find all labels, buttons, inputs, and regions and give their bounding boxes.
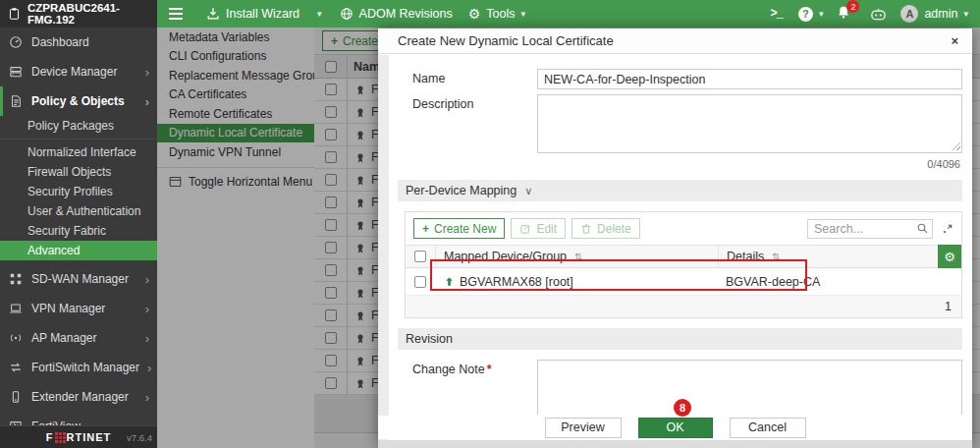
dialog-body: Name Description 0/4096 Per-Device Mappi…	[378, 55, 972, 415]
pdm-table-header: Mapped Device/Group ⇅ Details ⇅ ⚙	[406, 245, 961, 268]
name-field-label: Name	[398, 69, 537, 89]
edit-icon	[519, 223, 531, 235]
main-sidebar: Dashboard Device Manager › Policy & Obje…	[0, 28, 157, 425]
search-icon[interactable]	[916, 222, 929, 235]
pdm-row-checkbox[interactable]	[414, 276, 426, 288]
sidebar-item-dashboard[interactable]: Dashboard	[0, 28, 157, 57]
chevron-right-icon: ›	[145, 302, 149, 316]
gear-icon: ⚙	[944, 250, 955, 264]
cli-console-icon[interactable]: >_	[770, 7, 782, 21]
forti-ai-assistant-icon[interactable]	[870, 7, 887, 21]
per-device-mapping-section-header[interactable]: Per-Device Mapping ∨	[398, 180, 962, 201]
close-icon[interactable]: ×	[951, 33, 958, 48]
details-column-header[interactable]: Details ⇅	[718, 246, 938, 267]
hamburger-menu-icon[interactable]	[169, 8, 183, 20]
devices-icon	[9, 65, 24, 79]
install-wizard-button[interactable]: Install Wizard	[206, 7, 299, 21]
name-input[interactable]	[537, 69, 962, 89]
pdm-select-all-checkbox[interactable]	[414, 251, 426, 262]
dialog-title: Create New Dynamic Local Certificate	[398, 33, 614, 48]
description-textarea[interactable]	[537, 94, 962, 153]
host-bar: CZPRABUC2641-FMG.192	[0, 0, 157, 28]
help-icon: ?	[798, 7, 813, 22]
annotation-step-badge: 8	[674, 399, 691, 417]
column-settings-button[interactable]: ⚙	[938, 245, 961, 268]
pdm-toolbar: + Create New Edit Delete	[406, 212, 961, 245]
sidebar-item-policy-objects[interactable]: Policy & Objects ›	[0, 86, 157, 116]
dialog-header: Create New Dynamic Local Certificate ×	[378, 28, 972, 54]
sidebar-item-security-fabric[interactable]: Security Fabric	[0, 221, 157, 241]
sidebar-item-firewall-objects[interactable]: Firewall Objects	[0, 162, 157, 182]
sidebar-item-fortiswitch-manager[interactable]: FortiSwitch Manager ›	[0, 353, 157, 382]
sidebar-item-device-manager[interactable]: Device Manager ›	[0, 57, 157, 86]
tools-caret: ▾	[520, 10, 525, 19]
sidebar-item-extender-manager[interactable]: Extender Manager ›	[0, 382, 157, 412]
search-input[interactable]	[807, 219, 933, 239]
expand-search-icon[interactable]	[942, 223, 953, 235]
sidebar-item-ap-manager[interactable]: AP Manager ›	[0, 323, 157, 353]
sidebar-item-normalized-interface[interactable]: Normalized Interface	[0, 142, 157, 162]
chevron-right-icon: ›	[145, 390, 149, 405]
sidebar-item-vpn-manager[interactable]: VPN Manager ›	[0, 294, 157, 323]
gauge-icon	[9, 35, 24, 49]
details-cell: BGVAR-deep-CA	[718, 268, 961, 295]
device-up-arrow-icon	[443, 276, 455, 287]
cancel-button[interactable]: Cancel	[730, 418, 806, 438]
globe-icon	[340, 7, 354, 21]
sdwan-icon	[9, 272, 24, 286]
ok-button[interactable]: OK	[638, 418, 713, 438]
policy-document-icon	[9, 94, 24, 108]
change-note-textarea[interactable]	[537, 360, 962, 415]
adom-revisions-button[interactable]: ADOM Revisions	[340, 7, 453, 21]
horizontal-scrollbar-track[interactable]	[378, 440, 972, 448]
plus-icon: +	[422, 222, 429, 236]
version-label: v7.6.4	[127, 432, 152, 443]
mapped-device-column-header[interactable]: Mapped Device/Group ⇅	[435, 246, 718, 267]
chevron-right-icon: ›	[145, 272, 149, 287]
tools-label: Tools	[486, 7, 515, 21]
pdm-table-row[interactable]: BGVARMAX68 [root] BGVAR-deep-CA	[406, 268, 961, 296]
avatar: A	[900, 5, 918, 23]
adom-revisions-label: ADOM Revisions	[359, 7, 453, 21]
sidebar-item-advanced[interactable]: Advanced	[0, 241, 157, 260]
extender-icon	[9, 390, 24, 404]
preview-button[interactable]: Preview	[545, 418, 622, 438]
required-asterisk: *	[487, 363, 492, 376]
hostname-label: CZPRABUC2641-FMG.192	[27, 2, 149, 26]
chevron-right-icon: ›	[147, 361, 151, 375]
sidebar-item-user-authentication[interactable]: User & Authentication	[0, 201, 157, 221]
fortimanager-app: CZPRABUC2641-FMG.192 Install Wizard ▾ AD…	[0, 0, 980, 448]
clipboard-icon	[8, 7, 21, 21]
per-device-mapping-table-block: + Create New Edit Delete	[405, 211, 962, 318]
user-caret: ▾	[963, 10, 968, 19]
gear-icon: ⚙	[468, 6, 481, 22]
user-menu-button[interactable]: A admin ▾	[900, 5, 968, 23]
revision-section-header: Revision	[398, 328, 962, 350]
sidebar-item-security-profiles[interactable]: Security Profiles	[0, 182, 157, 201]
download-icon	[206, 7, 220, 21]
laptop-icon	[9, 302, 24, 315]
notifications-button[interactable]: 2	[837, 5, 850, 23]
logo-text-prefix: F	[46, 431, 54, 443]
sidebar-item-fortiview[interactable]: FortiView ›	[0, 412, 157, 425]
chevron-right-icon: ›	[145, 94, 149, 109]
pdm-edit-button[interactable]: Edit	[511, 218, 566, 239]
help-menu-button[interactable]: ? ▾	[798, 7, 824, 22]
logo-text-suffix: RTINET	[67, 431, 112, 443]
tools-menu-button[interactable]: ⚙ Tools ▾	[468, 6, 525, 22]
change-note-label: Change Note*	[398, 360, 537, 415]
sidebar-item-sdwan-manager[interactable]: SD-WAN Manager ›	[0, 264, 157, 294]
fortinet-logo-icon	[55, 432, 66, 443]
mapped-device-cell: BGVARMAX68 [root]	[460, 275, 573, 289]
switch-icon	[9, 361, 24, 374]
pdm-create-new-button[interactable]: + Create New	[413, 218, 505, 239]
install-wizard-caret[interactable]: ▾	[317, 10, 322, 19]
chevron-down-icon: ∨	[524, 185, 532, 197]
sidebar-item-policy-packages[interactable]: Policy Packages	[0, 116, 157, 136]
pdm-delete-button[interactable]: Delete	[572, 218, 640, 239]
install-wizard-label: Install Wizard	[226, 7, 299, 21]
sort-icon: ⇅	[574, 252, 582, 262]
access-point-icon	[9, 331, 24, 345]
create-dynamic-local-certificate-dialog: Create New Dynamic Local Certificate × N…	[378, 28, 972, 448]
sort-icon: ⇅	[772, 252, 780, 262]
